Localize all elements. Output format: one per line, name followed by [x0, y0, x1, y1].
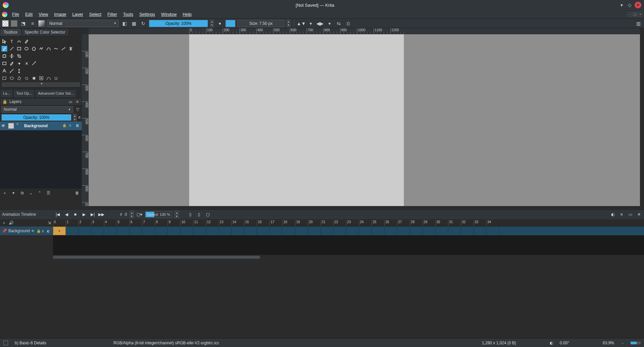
tab-specific-color[interactable]: Specific Color Selector [21, 28, 69, 36]
tool-select-rect[interactable] [1, 75, 7, 81]
timeline-cell[interactable] [91, 227, 104, 235]
tool-ellipse[interactable] [23, 46, 30, 52]
size-spin[interactable]: ▲▼ [286, 20, 290, 27]
timeline-cell[interactable] [372, 227, 384, 235]
layer-lock-icon[interactable]: 🔒 [62, 123, 67, 128]
timeline-next-icon[interactable]: ▶| [90, 211, 96, 217]
tab-toolbox[interactable]: Toolbox [0, 28, 21, 36]
timeline-cell[interactable] [397, 227, 410, 235]
tool-fill[interactable] [1, 60, 7, 66]
timeline-cell[interactable] [486, 227, 499, 235]
right-scrollbar[interactable] [640, 28, 644, 206]
gradient-swatch-icon[interactable] [38, 20, 45, 27]
timeline-frame-ruler[interactable]: 0123456789101112131415161718192021222324… [53, 219, 644, 227]
timeline-scrollbar[interactable] [53, 255, 644, 259]
workspace-chooser-icon[interactable]: ▥ [635, 20, 642, 27]
tool-select-freehand[interactable] [23, 75, 30, 81]
tool-bezier[interactable] [46, 46, 52, 52]
timeline-cell[interactable] [423, 227, 435, 235]
timeline-keyframe[interactable] [53, 227, 66, 235]
timeline-cell[interactable] [219, 227, 231, 235]
layer-add-icon[interactable]: ＋ [2, 190, 7, 196]
menu-select[interactable]: Select [87, 11, 104, 18]
layer-opacity-slider[interactable]: Opacity: 100% [1, 114, 71, 121]
timeline-cell[interactable] [66, 227, 78, 235]
timeline-cell[interactable] [231, 227, 244, 235]
workspace-save-icon[interactable]: ⎙ [344, 20, 352, 27]
timeline-cell[interactable] [168, 227, 180, 235]
canvas-document[interactable] [189, 34, 404, 206]
canvas-viewport[interactable] [89, 34, 640, 206]
timeline-close-icon[interactable]: ✕ [636, 211, 642, 217]
timeline-cell[interactable] [155, 227, 168, 235]
app-menu-icon[interactable] [2, 12, 7, 17]
tool-move[interactable] [1, 38, 7, 44]
layer-add-menu-icon[interactable]: ▾ [11, 190, 16, 196]
tool-freehand-brush[interactable] [1, 46, 7, 52]
timeline-cell[interactable] [448, 227, 461, 235]
tl-onion-icon[interactable]: ◐ [47, 229, 51, 233]
menu-help[interactable]: Help [180, 11, 195, 18]
tool-freehand-path[interactable] [53, 46, 59, 52]
layer-inherit-icon[interactable]: ▦ [76, 123, 80, 128]
horizontal-ruler[interactable]: 0100200300400500600700800900100011001200 [89, 28, 640, 34]
tool-dynamic-brush[interactable] [60, 46, 66, 52]
timeline-cell[interactable] [282, 227, 295, 235]
layer-item-background[interactable]: 👁 ⊃ Background 🔒 α ▦ [0, 121, 82, 130]
timeline-layer-pin-icon[interactable]: 📌 [2, 229, 7, 233]
tl-lock-icon[interactable]: 🔒 [37, 229, 41, 233]
timeline-cell[interactable] [359, 227, 372, 235]
timeline-audio-icon[interactable]: 🔊 [9, 220, 14, 225]
blend-mode-select[interactable]: Normal▼ [47, 20, 119, 27]
timeline-layer-row[interactable]: 📌 Background 👁 🔒 α ◐ [0, 227, 53, 235]
tool-select-polygon[interactable] [16, 75, 22, 81]
current-color-swatch[interactable] [225, 20, 235, 27]
menu-edit[interactable]: Edit [22, 11, 35, 18]
timeline-frame-row[interactable] [53, 227, 644, 235]
tool-rectangle[interactable] [16, 46, 22, 52]
tab-tool-options[interactable]: Tool Op... [13, 89, 35, 98]
menu-file[interactable]: File [9, 11, 22, 18]
vertical-ruler[interactable]: 1002003004005006007008009001000 [82, 34, 89, 206]
timeline-cell[interactable] [321, 227, 333, 235]
mirror-h-drop-icon[interactable]: ▾ [307, 20, 314, 27]
tool-select-contiguous[interactable]: ✱ [31, 75, 37, 81]
timeline-cell[interactable] [435, 227, 448, 235]
timeline-stop-icon[interactable]: ■ [72, 211, 78, 217]
timeline-autokey-icon[interactable]: ▢ [205, 211, 211, 217]
timeline-cell[interactable] [270, 227, 282, 235]
mirror-v-drop-icon[interactable]: ▾ [326, 20, 333, 27]
tool-polyline[interactable] [38, 46, 44, 52]
timeline-cell[interactable] [244, 227, 257, 235]
timeline-pin-icon[interactable]: ⇲ [48, 220, 51, 225]
menu-image[interactable]: Image [51, 11, 69, 18]
frame-spin[interactable]: ▲▼ [130, 211, 134, 218]
tool-line[interactable] [9, 46, 15, 52]
timeline-cell[interactable] [474, 227, 486, 235]
menu-view[interactable]: View [36, 11, 51, 18]
menu-filter[interactable]: Filter [105, 11, 120, 18]
layer-properties-icon[interactable]: ☰ [46, 190, 51, 196]
timeline-settings-icon[interactable]: ≡ [619, 211, 625, 217]
speed-spin[interactable]: ▲▼ [175, 211, 179, 218]
alpha-lock-icon[interactable]: ▦ [130, 20, 138, 27]
mirror-h-icon[interactable]: ▲▼ [298, 20, 305, 27]
tool-reference[interactable] [16, 68, 22, 74]
layer-up-icon[interactable]: ⌃ [37, 190, 42, 196]
timeline-cell[interactable] [78, 227, 91, 235]
layer-delete-icon[interactable]: 🗑 [74, 190, 80, 196]
tool-transform[interactable] [1, 53, 7, 59]
status-angle[interactable]: 0.00° [560, 341, 569, 345]
timeline-add-layer-icon[interactable]: ＋ [2, 220, 6, 226]
timeline-drop-frame-icon[interactable]: ▢▾ [137, 211, 143, 217]
pattern-swatch-icon[interactable] [2, 20, 9, 27]
opacity-dropdown-icon[interactable]: ▾ [216, 20, 223, 27]
status-zoom[interactable]: 63.9% [603, 341, 614, 345]
brush-settings-icon[interactable]: ≡ [29, 20, 36, 27]
tool-gradient[interactable] [31, 60, 37, 66]
tool-crop[interactable] [16, 53, 22, 59]
layers-close-icon[interactable]: ✕ [75, 99, 79, 104]
tool-calligraphy[interactable] [23, 38, 30, 44]
tl-eye-icon[interactable]: 👁 [31, 229, 35, 233]
timeline-play-icon[interactable]: ▶ [81, 211, 87, 217]
